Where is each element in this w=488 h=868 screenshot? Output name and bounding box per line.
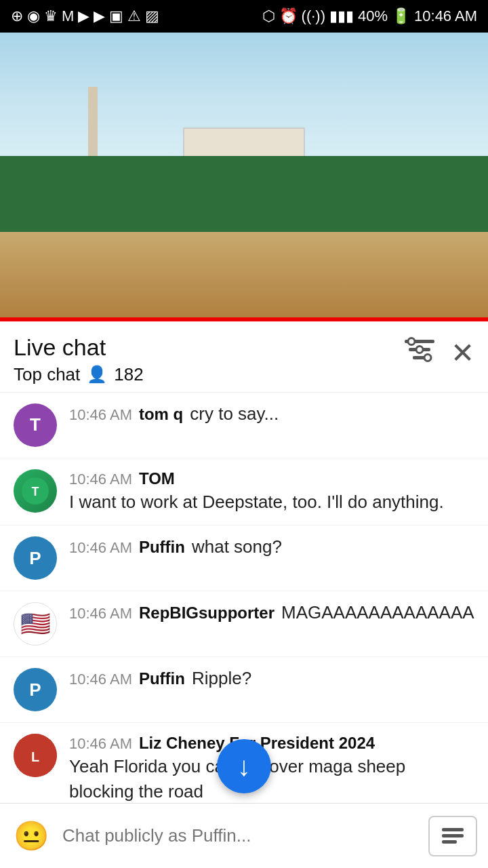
- chat-sub-row: Top chat 👤 182: [14, 364, 144, 385]
- chat-message: P 10:46 AM Puffin what song?: [0, 526, 488, 591]
- message-meta: 10:46 AM Puffin Ripple?: [69, 668, 474, 689]
- message-meta: 10:46 AM Puffin what song?: [69, 536, 474, 557]
- tom-avatar-icon: T: [22, 477, 49, 505]
- chat-message: P 10:46 AM Puffin Ripple?: [0, 657, 488, 723]
- viewer-icon: 👤: [87, 365, 107, 384]
- message-time: 10:46 AM: [69, 605, 132, 623]
- svg-rect-15: [442, 840, 457, 844]
- svg-rect-13: [442, 828, 464, 831]
- signal-icon: ▮▮▮: [329, 7, 354, 25]
- message-content: 10:46 AM Puffin Ripple?: [69, 668, 474, 689]
- message-time: 10:46 AM: [69, 539, 132, 557]
- message-time: 10:46 AM: [69, 671, 132, 688]
- pokeball2-icon: ◉: [27, 7, 40, 25]
- youtube-icon: ▶: [78, 7, 89, 25]
- message-author: Puffin: [139, 538, 185, 557]
- image-icon: ▨: [145, 7, 159, 25]
- flag-icon: 🇺🇸: [20, 610, 51, 638]
- alarm-icon: ⏰: [279, 7, 298, 25]
- video-trees: [0, 156, 488, 237]
- chat-header: Live chat Top chat 👤 182 ✕: [0, 321, 488, 393]
- send-icon: [441, 824, 465, 848]
- chat-message: 🇺🇸 10:46 AM RepBIGsupporter MAGAAAAAAAAA…: [0, 591, 488, 657]
- warning-icon: ⚠: [127, 7, 141, 25]
- avatar: 🇺🇸: [14, 602, 57, 646]
- battery-icon: 🔋: [392, 7, 410, 25]
- svg-point-4: [416, 347, 423, 353]
- chat-message: T 10:46 AM tom q cry to say...: [0, 393, 488, 458]
- message-text: I want to work at Deepstate, too. I'll d…: [69, 490, 474, 514]
- bluetooth-icon: ⬡: [262, 7, 275, 25]
- message-content: 10:46 AM tom q cry to say...: [69, 403, 474, 425]
- liz-avatar: L: [14, 734, 57, 777]
- avatar: P: [14, 668, 57, 711]
- battery-text: 40%: [358, 7, 388, 25]
- mastodon-icon: M: [62, 7, 74, 25]
- svg-point-5: [424, 355, 431, 361]
- message-meta: 10:46 AM TOM: [69, 469, 474, 488]
- chat-header-right: ✕: [405, 334, 474, 370]
- video-player[interactable]: [0, 33, 488, 317]
- scroll-to-bottom-button[interactable]: ↓: [217, 739, 271, 793]
- message-time: 10:46 AM: [69, 406, 132, 424]
- message-author: TOM: [139, 469, 175, 488]
- message-content: 10:46 AM Liz Cheney For President 2024 Y…: [69, 734, 474, 804]
- emoji-button[interactable]: 😐: [11, 816, 52, 856]
- message-author: RepBIGsupporter: [139, 604, 274, 623]
- chat-message: T 10:46 AM TOM I want to work at Deepsta…: [0, 458, 488, 526]
- filter-icon[interactable]: [405, 337, 434, 369]
- message-content: 10:46 AM TOM I want to work at Deepstate…: [69, 469, 474, 514]
- svg-point-3: [408, 338, 415, 345]
- chat-input[interactable]: [62, 817, 418, 855]
- viewer-count: 182: [114, 364, 143, 385]
- pokeball-icon: ⊕: [11, 7, 23, 25]
- message-text: what song?: [192, 536, 282, 557]
- top-chat-label: Top chat: [14, 364, 80, 385]
- avatar: T: [14, 403, 57, 447]
- close-icon[interactable]: ✕: [451, 336, 474, 370]
- message-author: tom q: [139, 405, 183, 424]
- live-chat-title: Live chat: [14, 334, 144, 361]
- status-icons-right: ⬡ ⏰ ((·)) ▮▮▮ 40% 🔋 10:46 AM: [262, 7, 477, 25]
- time-display: 10:46 AM: [414, 7, 477, 25]
- youtube2-icon: ▶: [94, 7, 105, 25]
- message-time: 10:46 AM: [69, 735, 132, 753]
- avatar: P: [14, 536, 57, 580]
- svg-text:L: L: [31, 749, 39, 764]
- status-bar: ⊕ ◉ ♛ M ▶ ▶ ▣ ⚠ ▨ ⬡ ⏰ ((·)) ▮▮▮ 40% 🔋 10…: [0, 0, 488, 33]
- message-content: 10:46 AM Puffin what song?: [69, 536, 474, 557]
- video-ground: [0, 232, 488, 317]
- send-button[interactable]: [428, 816, 477, 856]
- message-content: 10:46 AM RepBIGsupporter MAGAAAAAAAAAAAA…: [69, 602, 474, 623]
- svg-rect-14: [442, 834, 464, 837]
- message-author: Puffin: [139, 669, 185, 688]
- message-text: Yeah Florida you can run over maga sheep…: [69, 754, 474, 804]
- chat-input-bar: 😐: [0, 803, 488, 868]
- chat-messages: T 10:46 AM tom q cry to say... T 10:46 A…: [0, 393, 488, 868]
- wifi-icon: ((·)): [302, 7, 325, 25]
- crown-icon: ♛: [44, 7, 58, 25]
- avatar: T: [14, 469, 57, 513]
- folder-icon: ▣: [109, 7, 123, 25]
- svg-text:T: T: [32, 485, 39, 498]
- message-text: Ripple?: [192, 668, 251, 689]
- message-time: 10:46 AM: [69, 471, 132, 488]
- message-meta: 10:46 AM RepBIGsupporter MAGAAAAAAAAAAAA…: [69, 602, 474, 623]
- message-text: MAGAAAAAAAAAAAAA: [281, 602, 474, 623]
- avatar: L: [14, 734, 57, 777]
- message-meta: 10:46 AM tom q cry to say...: [69, 403, 474, 425]
- chat-header-left: Live chat Top chat 👤 182: [14, 334, 144, 385]
- message-text: cry to say...: [190, 403, 279, 425]
- message-meta: 10:46 AM Liz Cheney For President 2024: [69, 734, 474, 753]
- down-arrow-icon: ↓: [237, 751, 251, 782]
- status-icons-left: ⊕ ◉ ♛ M ▶ ▶ ▣ ⚠ ▨: [11, 7, 159, 25]
